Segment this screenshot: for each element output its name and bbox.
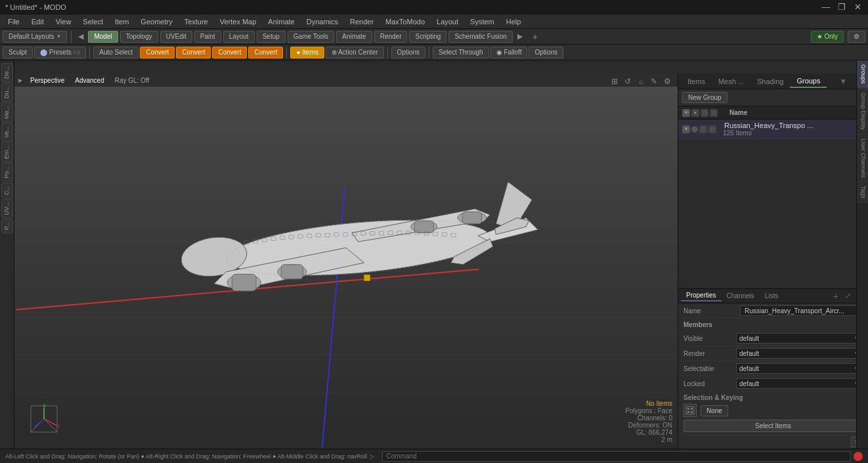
vp-grid-icon[interactable]: ⊞ bbox=[609, 76, 620, 87]
tab-topology[interactable]: Topology bbox=[120, 31, 158, 43]
side-tab-tags[interactable]: Tags bbox=[857, 182, 868, 203]
view-advanced[interactable]: Advanced bbox=[72, 76, 106, 85]
convert-btn-4[interactable]: Convert bbox=[248, 47, 283, 58]
menu-geometry[interactable]: Geometry bbox=[135, 16, 177, 27]
options-btn-2[interactable]: Options bbox=[529, 47, 563, 58]
add-tab-btn[interactable]: + bbox=[527, 30, 543, 44]
select-through-btn[interactable]: Select Through bbox=[433, 47, 489, 58]
tool-deform[interactable]: De... bbox=[1, 63, 13, 82]
render-label: Render bbox=[684, 350, 736, 357]
vp-zoom-icon[interactable]: ⌕ bbox=[636, 76, 646, 87]
tool-particle[interactable]: P... bbox=[1, 219, 13, 233]
presets-btn[interactable]: ⬤ Presets F6 bbox=[34, 47, 86, 58]
tab-schematic[interactable]: Schematic Fusion bbox=[448, 31, 512, 43]
menu-select[interactable]: Select bbox=[77, 16, 108, 27]
viewport-3d[interactable]: ▶ Perspective Advanced Ray GL: Off ⊞ ↺ ⌕… bbox=[14, 74, 678, 449]
menu-item[interactable]: Item bbox=[110, 16, 134, 27]
tab-shading[interactable]: Shading bbox=[750, 76, 790, 87]
group-box1-icon[interactable]: □ bbox=[699, 125, 707, 133]
minimize-btn[interactable]: — bbox=[821, 2, 831, 12]
vp-edit-icon[interactable]: ✎ bbox=[649, 76, 659, 87]
tab-items[interactable]: Items bbox=[681, 76, 712, 87]
group-row-1[interactable]: 👁 □ □ Russian_Heavy_Transpo ... 126 Item… bbox=[678, 120, 868, 139]
menu-layout[interactable]: Layout bbox=[431, 16, 464, 27]
tool-poly[interactable]: Po... bbox=[1, 163, 13, 182]
tab-uvedit[interactable]: UVEdit bbox=[160, 31, 192, 43]
layout-left-arrow[interactable]: ◀ bbox=[76, 32, 86, 41]
svg-text:x: x bbox=[58, 424, 60, 428]
viewport-toggle[interactable]: ▶ bbox=[18, 77, 22, 83]
add-channel-btn[interactable]: + bbox=[829, 291, 842, 301]
groups-toolbar: New Group bbox=[678, 89, 868, 106]
convert-btn-3[interactable]: Convert bbox=[212, 47, 247, 58]
maximize-btn[interactable]: ❐ bbox=[836, 2, 847, 12]
tab-scripting[interactable]: Scripting bbox=[409, 31, 446, 43]
tab-gametools[interactable]: Game Tools bbox=[288, 31, 334, 43]
props-tab-channels[interactable]: Channels bbox=[722, 291, 760, 301]
tool-mesh[interactable]: Me... bbox=[1, 102, 13, 122]
vp-reset-icon[interactable]: ↺ bbox=[622, 76, 633, 87]
tool-edge[interactable]: Em... bbox=[1, 142, 13, 162]
group-vis-icon[interactable] bbox=[691, 126, 698, 133]
menu-help[interactable]: Help bbox=[501, 16, 527, 27]
tool-duplicate[interactable]: Du... bbox=[1, 83, 13, 102]
status-expand-btn[interactable]: > bbox=[370, 452, 374, 460]
menu-maxtomodo[interactable]: MaxToModo bbox=[380, 16, 430, 27]
convert-btn-1[interactable]: Convert bbox=[140, 47, 175, 58]
sculpt-btn[interactable]: Sculpt bbox=[3, 47, 33, 58]
props-tab-properties[interactable]: Properties bbox=[681, 290, 722, 301]
view-perspective[interactable]: Perspective bbox=[28, 76, 67, 85]
tab-mesh[interactable]: Mesh ... bbox=[712, 76, 750, 87]
layouts-dropdown[interactable]: Default Layouts ▼ bbox=[3, 31, 67, 43]
side-tab-user-channels[interactable]: User Channels bbox=[857, 135, 868, 183]
menu-view[interactable]: View bbox=[51, 16, 77, 27]
action-center-btn[interactable]: ⊕ Action Center bbox=[326, 47, 384, 58]
tab-model[interactable]: Model bbox=[88, 31, 118, 43]
menu-animate[interactable]: Animate bbox=[263, 16, 299, 27]
star-only-btn[interactable]: ★ Only bbox=[811, 31, 844, 43]
tab-animate[interactable]: Animate bbox=[336, 31, 372, 43]
visible-dropdown[interactable]: default ▼ bbox=[736, 333, 863, 343]
close-btn[interactable]: ✕ bbox=[852, 2, 863, 12]
locked-dropdown[interactable]: default ▼ bbox=[736, 378, 863, 389]
nav-cube[interactable]: x y z bbox=[28, 403, 60, 435]
view-raygl[interactable]: Ray GL: Off bbox=[112, 76, 152, 85]
menu-texture[interactable]: Texture bbox=[179, 16, 213, 27]
render-dropdown[interactable]: default ▼ bbox=[736, 348, 863, 359]
group-box2-icon[interactable]: □ bbox=[708, 125, 716, 133]
name-value[interactable]: Russian_Heavy_Transport_Aircr... bbox=[740, 305, 863, 316]
menu-system[interactable]: System bbox=[465, 16, 500, 27]
side-tab-groups[interactable]: Groups bbox=[857, 60, 868, 89]
convert-btn-2[interactable]: Convert bbox=[176, 47, 211, 58]
settings-btn[interactable]: ⚙ bbox=[848, 31, 865, 43]
right-tab-dropdown[interactable]: ▼ bbox=[839, 77, 847, 86]
select-items-btn[interactable]: Select Items bbox=[684, 420, 863, 432]
falloff-btn[interactable]: ◉ Falloff bbox=[490, 47, 528, 58]
tab-paint[interactable]: Paint bbox=[194, 31, 221, 43]
props-expand-btn[interactable]: ⤢ bbox=[842, 292, 854, 300]
tool-vertex[interactable]: Ve... bbox=[1, 123, 13, 141]
tool-curve[interactable]: C... bbox=[1, 183, 13, 198]
new-group-btn[interactable]: New Group bbox=[682, 92, 727, 103]
menu-dynamics[interactable]: Dynamics bbox=[301, 16, 343, 27]
side-tab-group-display[interactable]: Group Display bbox=[857, 89, 868, 135]
menu-edit[interactable]: Edit bbox=[26, 16, 49, 27]
group-eye-icon[interactable]: 👁 bbox=[682, 125, 690, 133]
layout-right-arrow[interactable]: ▶ bbox=[515, 32, 525, 41]
tool-uv[interactable]: UV... bbox=[1, 199, 13, 218]
command-input[interactable] bbox=[382, 451, 851, 462]
menu-vertexmap[interactable]: Vertex Map bbox=[215, 16, 262, 27]
vp-settings-icon[interactable]: ⚙ bbox=[662, 76, 672, 87]
auto-select-btn[interactable]: Auto Select bbox=[93, 47, 139, 58]
selectable-dropdown[interactable]: default ▼ bbox=[736, 363, 863, 374]
tab-setup[interactable]: Setup bbox=[257, 31, 286, 43]
tab-layout[interactable]: Layout bbox=[223, 31, 255, 43]
props-tab-lists[interactable]: Lists bbox=[760, 291, 784, 301]
tab-render[interactable]: Render bbox=[374, 31, 408, 43]
none-btn[interactable]: None bbox=[701, 405, 728, 416]
tab-groups[interactable]: Groups bbox=[790, 75, 827, 88]
options-btn-1[interactable]: Options bbox=[391, 47, 425, 58]
menu-file[interactable]: File bbox=[3, 16, 25, 27]
menu-render[interactable]: Render bbox=[345, 16, 379, 27]
items-btn[interactable]: ● Items bbox=[290, 47, 324, 58]
